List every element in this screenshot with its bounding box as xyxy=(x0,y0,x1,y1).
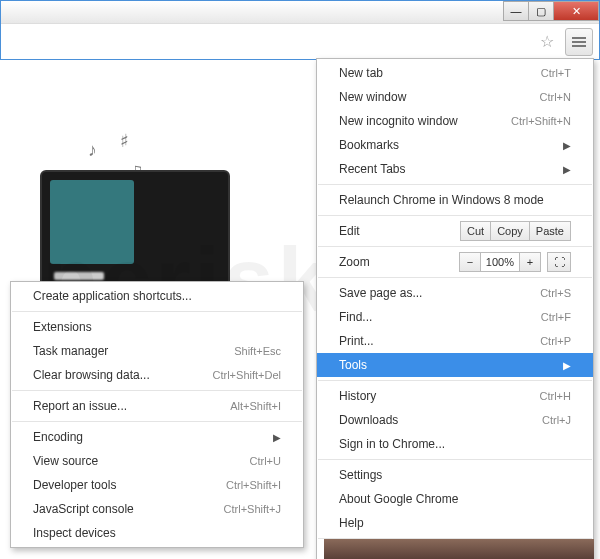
menu-item-label: New tab xyxy=(339,66,541,80)
zoom-out-button[interactable]: − xyxy=(459,252,481,272)
music-note-icon: ♪ xyxy=(88,140,97,161)
submenu-extensions[interactable]: Extensions xyxy=(11,315,303,339)
shortcut-text: Ctrl+P xyxy=(540,335,571,347)
menu-downloads[interactable]: DownloadsCtrl+J xyxy=(317,408,593,432)
menu-item-label: Developer tools xyxy=(33,478,226,492)
chrome-menu-button[interactable] xyxy=(565,28,593,56)
placeholder-line xyxy=(54,272,104,280)
shortcut-text: Ctrl+Shift+I xyxy=(226,479,281,491)
menu-relaunch-win8[interactable]: Relaunch Chrome in Windows 8 mode xyxy=(317,188,593,212)
shortcut-text: Alt+Shift+I xyxy=(230,400,281,412)
menu-item-label: Inspect devices xyxy=(33,526,281,540)
menu-tools[interactable]: Tools▶ xyxy=(317,353,593,377)
submenu-task-manager[interactable]: Task managerShift+Esc xyxy=(11,339,303,363)
menu-print[interactable]: Print...Ctrl+P xyxy=(317,329,593,353)
shortcut-text: Ctrl+S xyxy=(540,287,571,299)
close-window-button[interactable]: ✕ xyxy=(553,1,599,21)
copy-button[interactable]: Copy xyxy=(490,221,530,241)
menu-item-label: Zoom xyxy=(339,255,459,269)
menu-signin[interactable]: Sign in to Chrome... xyxy=(317,432,593,456)
menu-item-label: Recent Tabs xyxy=(339,162,557,176)
minimize-button[interactable]: — xyxy=(503,1,529,21)
menu-item-label: JavaScript console xyxy=(33,502,224,516)
submenu-view-source[interactable]: View sourceCtrl+U xyxy=(11,449,303,473)
menu-edit-row: Edit Cut Copy Paste xyxy=(317,219,593,243)
menu-separator xyxy=(318,184,592,185)
tools-submenu: Create application shortcuts... Extensio… xyxy=(10,281,304,548)
menu-item-label: Relaunch Chrome in Windows 8 mode xyxy=(339,193,571,207)
menu-zoom-row: Zoom − 100% + ⛶ xyxy=(317,250,593,274)
menu-separator xyxy=(318,246,592,247)
menu-new-window[interactable]: New windowCtrl+N xyxy=(317,85,593,109)
submenu-js-console[interactable]: JavaScript consoleCtrl+Shift+J xyxy=(11,497,303,521)
menu-separator xyxy=(318,380,592,381)
menu-separator xyxy=(318,459,592,460)
submenu-dev-tools[interactable]: Developer toolsCtrl+Shift+I xyxy=(11,473,303,497)
menu-about[interactable]: About Google Chrome xyxy=(317,487,593,511)
zoom-in-button[interactable]: + xyxy=(519,252,541,272)
submenu-encoding[interactable]: Encoding▶ xyxy=(11,425,303,449)
menu-item-label: Clear browsing data... xyxy=(33,368,213,382)
menu-item-label: Create application shortcuts... xyxy=(33,289,281,303)
menu-item-label: Downloads xyxy=(339,413,542,427)
menu-item-label: Encoding xyxy=(33,430,267,444)
submenu-clear-data[interactable]: Clear browsing data...Ctrl+Shift+Del xyxy=(11,363,303,387)
menu-item-label: History xyxy=(339,389,540,403)
browser-window-frame: — ▢ ✕ ☆ xyxy=(0,0,600,60)
menu-separator xyxy=(318,277,592,278)
menu-item-label: About Google Chrome xyxy=(339,492,571,506)
menu-item-label: Extensions xyxy=(33,320,281,334)
menu-settings[interactable]: Settings xyxy=(317,463,593,487)
menu-save-page[interactable]: Save page as...Ctrl+S xyxy=(317,281,593,305)
menu-item-label: View source xyxy=(33,454,250,468)
menu-item-label: Print... xyxy=(339,334,540,348)
menu-separator xyxy=(12,390,302,391)
menu-find[interactable]: Find...Ctrl+F xyxy=(317,305,593,329)
shortcut-text: Ctrl+Shift+N xyxy=(511,115,571,127)
shortcut-text: Ctrl+Shift+Del xyxy=(213,369,281,381)
shortcut-text: Ctrl+H xyxy=(540,390,571,402)
shortcut-text: Ctrl+N xyxy=(540,91,571,103)
submenu-report-issue[interactable]: Report an issue...Alt+Shift+I xyxy=(11,394,303,418)
submenu-arrow-icon: ▶ xyxy=(563,164,571,175)
submenu-arrow-icon: ▶ xyxy=(273,432,281,443)
submenu-create-shortcut[interactable]: Create application shortcuts... xyxy=(11,284,303,308)
music-note-icon: ♯ xyxy=(120,130,129,152)
shortcut-text: Ctrl+T xyxy=(541,67,571,79)
page-footer-strip xyxy=(324,539,594,559)
paste-button[interactable]: Paste xyxy=(529,221,571,241)
menu-item-label: Sign in to Chrome... xyxy=(339,437,571,451)
shortcut-text: Ctrl+Shift+J xyxy=(224,503,281,515)
menu-recent-tabs[interactable]: Recent Tabs▶ xyxy=(317,157,593,181)
toolbar: ☆ xyxy=(1,23,599,59)
maximize-button[interactable]: ▢ xyxy=(528,1,554,21)
menu-bookmarks[interactable]: Bookmarks▶ xyxy=(317,133,593,157)
cut-button[interactable]: Cut xyxy=(460,221,491,241)
zoom-value: 100% xyxy=(480,252,520,272)
submenu-inspect-devices[interactable]: Inspect devices xyxy=(11,521,303,545)
album-art xyxy=(50,180,134,264)
chrome-main-menu: New tabCtrl+T New windowCtrl+N New incog… xyxy=(316,58,594,559)
menu-item-label: New incognito window xyxy=(339,114,511,128)
menu-item-label: Find... xyxy=(339,310,541,324)
menu-item-label: Help xyxy=(339,516,571,530)
menu-separator xyxy=(318,215,592,216)
shortcut-text: Ctrl+F xyxy=(541,311,571,323)
menu-item-label: Edit xyxy=(339,224,460,238)
shortcut-text: Ctrl+U xyxy=(250,455,281,467)
menu-item-label: Task manager xyxy=(33,344,234,358)
bookmark-star-icon[interactable]: ☆ xyxy=(535,30,559,54)
menu-item-label: New window xyxy=(339,90,540,104)
menu-item-label: Settings xyxy=(339,468,571,482)
menu-new-incognito[interactable]: New incognito windowCtrl+Shift+N xyxy=(317,109,593,133)
fullscreen-icon[interactable]: ⛶ xyxy=(547,252,571,272)
submenu-arrow-icon: ▶ xyxy=(563,360,571,371)
menu-new-tab[interactable]: New tabCtrl+T xyxy=(317,61,593,85)
menu-item-label: Tools xyxy=(339,358,557,372)
menu-help[interactable]: Help xyxy=(317,511,593,535)
menu-item-label: Report an issue... xyxy=(33,399,230,413)
shortcut-text: Ctrl+J xyxy=(542,414,571,426)
menu-history[interactable]: HistoryCtrl+H xyxy=(317,384,593,408)
menu-separator xyxy=(12,311,302,312)
shortcut-text: Shift+Esc xyxy=(234,345,281,357)
